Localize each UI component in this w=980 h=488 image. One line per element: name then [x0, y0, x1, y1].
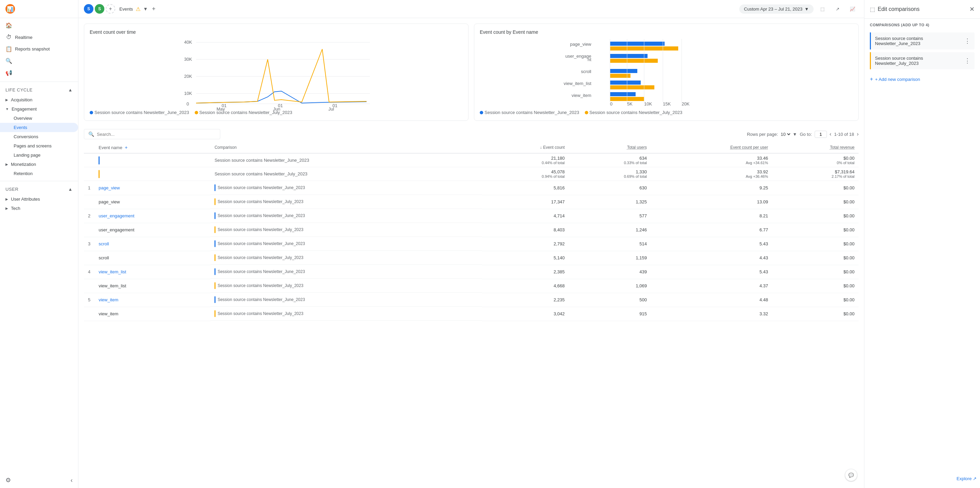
event-name-cell-secondary: view_item_list [94, 279, 210, 293]
table-row: view_item Session source contains Newsle… [84, 307, 859, 321]
go-to-input[interactable] [815, 131, 827, 138]
col-header-comparison: Comparison [210, 142, 482, 153]
svg-text:30K: 30K [184, 57, 192, 62]
col-header-total-revenue[interactable]: Total revenue [772, 142, 859, 153]
search-input[interactable] [97, 132, 216, 137]
event-name-link[interactable]: page_view [99, 185, 120, 190]
event-name-link[interactable]: view_item [99, 297, 118, 302]
export-button[interactable]: ⬚ [816, 3, 829, 15]
charts-row: Event count over time 40K 30K 20K 10K 0 [84, 24, 859, 121]
total-revenue-cell: $0.00 [772, 307, 859, 321]
explore-icon: 🔍 [5, 58, 12, 64]
add-new-comparison-button[interactable]: + + Add new comparison [870, 76, 975, 82]
summary-event-per-user: 33.46 Avg +34.61% [651, 153, 772, 167]
summary-total-users: 1,330 0.69% of total [569, 167, 651, 181]
event-per-user-cell: 8.21 [651, 209, 772, 223]
home-icon: 🏠 [5, 22, 12, 29]
page-title: Events ⚠ ▼ [119, 6, 148, 12]
close-panel-button[interactable]: ✕ [969, 5, 975, 13]
collapse-nav-icon[interactable]: ‹ [71, 477, 73, 484]
table-row: view_item_list Session source contains N… [84, 279, 859, 293]
add-comparison-icon: + [870, 76, 873, 82]
nav-item-realtime[interactable]: ⏱ Realtime [0, 31, 78, 43]
explore-button[interactable]: Explore ↗ [956, 476, 977, 481]
comparison-menu-button[interactable]: ⋮ [964, 57, 970, 64]
col-header-event-count[interactable]: ↓ Event count [482, 142, 569, 153]
total-users-cell: 1,159 [569, 251, 651, 265]
svg-text:Jun: Jun [273, 107, 280, 112]
event-per-user-cell: 4.43 [651, 251, 772, 265]
engagement-group-header[interactable]: ▼ Engagement [0, 104, 78, 114]
search-box[interactable]: 🔍 [84, 129, 220, 139]
total-revenue-cell: $0.00 [772, 195, 859, 209]
avatar-s2: S [95, 4, 104, 14]
panel-header: ⬚ Edit comparisons ✕ [864, 0, 980, 19]
title-dropdown-icon[interactable]: ▼ [143, 6, 148, 11]
prev-page-button[interactable]: ‹ [830, 131, 831, 137]
event-name-link[interactable]: scroll [99, 241, 109, 246]
event-per-user-cell: 4.48 [651, 293, 772, 307]
nav-item-explore[interactable]: 🔍 [0, 55, 78, 67]
comparison-menu-button[interactable]: ⋮ [964, 37, 970, 45]
realtime-icon: ⏱ [5, 34, 12, 40]
nav-logo-area: 📊 [0, 0, 78, 18]
sidebar-item-pages[interactable]: Pages and screens [0, 141, 78, 150]
summary-row-num [84, 167, 94, 181]
sidebar-item-overview[interactable]: Overview [0, 114, 78, 123]
svg-rect-25 [610, 59, 658, 63]
add-column-button[interactable]: + [125, 145, 127, 150]
bar-legend-item-june: Session source contains Newsletter_June_… [480, 110, 579, 115]
chat-button[interactable]: 💬 [845, 469, 857, 481]
total-users-cell: 439 [569, 265, 651, 279]
svg-rect-29 [610, 85, 654, 89]
add-property-button[interactable]: + [106, 4, 115, 14]
sidebar-item-events[interactable]: Events [0, 123, 78, 132]
share-button[interactable]: ↗ [831, 3, 843, 15]
next-page-button[interactable]: › [857, 131, 859, 137]
bar-chart-svg: page_view user_engage nt scroll view_ite… [480, 39, 853, 107]
col-header-total-users[interactable]: Total users [569, 142, 651, 153]
lifecycle-header[interactable]: Life cycle ▲ [0, 85, 78, 95]
event-name-link[interactable]: user_engagement [99, 213, 134, 218]
monetization-group-header[interactable]: ▶ Monetization [0, 160, 78, 169]
advertising-icon: 📢 [5, 70, 12, 76]
table-row: 2 user_engagement Session source contain… [84, 209, 859, 223]
table-header-row: Event name + Comparison ↓ Event count To… [84, 142, 859, 153]
user-header[interactable]: User ▲ [0, 184, 78, 195]
settings-icon[interactable]: ⚙ [5, 477, 11, 484]
comparison-item-text: Session source contains Newsletter_July_… [875, 56, 964, 66]
sidebar-item-landing[interactable]: Landing page [0, 150, 78, 160]
tech-expand-icon: ▶ [5, 206, 8, 210]
row-number: 1 [84, 181, 94, 195]
sidebar-item-retention[interactable]: Retention [0, 169, 78, 178]
acquisition-group-header[interactable]: ▶ Acquisition [0, 95, 78, 104]
svg-text:scroll: scroll [581, 69, 591, 74]
event-count-cell: 5,816 [482, 181, 569, 195]
date-range-selector[interactable]: Custom Apr 23 – Jul 21, 2023 ▼ [739, 5, 814, 14]
event-per-user-cell: 5.43 [651, 237, 772, 251]
warning-icon: ⚠ [136, 6, 140, 12]
user-attributes-group-header[interactable]: ▶ User Attributes [0, 195, 78, 204]
event-name-link[interactable]: view_item_list [99, 269, 126, 274]
engagement-label: Engagement [11, 107, 37, 112]
nav-divider-2 [0, 181, 78, 181]
row-number-empty [84, 223, 94, 237]
topbar-actions: Custom Apr 23 – Jul 21, 2023 ▼ ⬚ ↗ 📈 [739, 3, 859, 15]
nav-item-advertising[interactable]: 📢 [0, 67, 78, 79]
nav-item-home[interactable]: 🏠 [0, 19, 78, 31]
comparison-cell: Session source contains Newsletter_June_… [210, 181, 482, 195]
nav-item-reports[interactable]: 📋 Reports snapshot [0, 43, 78, 55]
event-count-cell: 8,403 [482, 223, 569, 237]
col-header-event-name[interactable]: Event name + [94, 142, 210, 153]
panel-edit-icon: ⬚ [870, 6, 875, 13]
event-count-cell: 2,235 [482, 293, 569, 307]
add-report-tab-button[interactable]: + [152, 5, 156, 13]
insights-button[interactable]: 📈 [846, 3, 859, 15]
col-header-event-per-user[interactable]: Event count per user [651, 142, 772, 153]
event-count-cell: 2,792 [482, 237, 569, 251]
tech-group-header[interactable]: ▶ Tech [0, 204, 78, 213]
rows-per-page-select[interactable]: 10 25 50 [780, 131, 791, 137]
sidebar-item-conversions[interactable]: Conversions [0, 132, 78, 141]
row-number: 2 [84, 209, 94, 223]
total-revenue-cell: $0.00 [772, 209, 859, 223]
